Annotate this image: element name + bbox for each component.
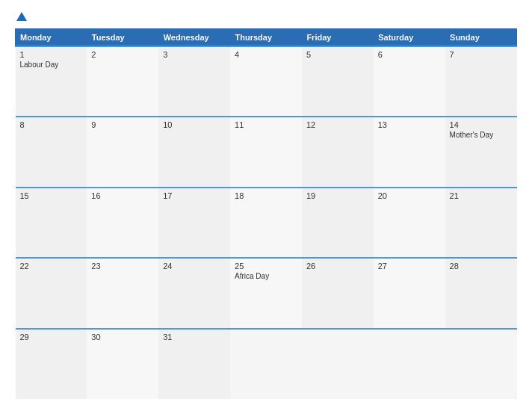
calendar-day-cell: 11 bbox=[230, 117, 302, 187]
calendar-day-cell: 4 bbox=[230, 46, 302, 117]
calendar-day-cell: 14Mother's Day bbox=[445, 117, 517, 187]
calendar-day-cell: 13 bbox=[374, 117, 445, 187]
calendar-day-cell: 25Africa Day bbox=[230, 258, 302, 328]
calendar-week-row: 1Labour Day234567 bbox=[16, 46, 517, 117]
calendar-day-cell: 24 bbox=[158, 258, 230, 328]
weekday-header-wednesday: Wednesday bbox=[158, 29, 230, 47]
calendar-day-cell bbox=[302, 329, 374, 399]
day-number: 8 bbox=[20, 120, 83, 129]
day-number: 14 bbox=[450, 120, 513, 129]
day-number: 23 bbox=[91, 262, 154, 271]
day-number: 27 bbox=[378, 262, 441, 271]
day-number: 4 bbox=[235, 50, 297, 59]
calendar-day-cell: 1Labour Day bbox=[16, 46, 87, 117]
day-number: 12 bbox=[306, 120, 369, 129]
logo bbox=[15, 12, 27, 21]
holiday-label: Labour Day bbox=[20, 61, 83, 69]
calendar-day-cell: 30 bbox=[87, 329, 158, 399]
day-number: 13 bbox=[378, 120, 441, 129]
day-number: 31 bbox=[163, 333, 226, 342]
weekday-header-saturday: Saturday bbox=[374, 29, 445, 47]
day-number: 29 bbox=[20, 333, 83, 342]
calendar-day-cell: 27 bbox=[374, 258, 445, 328]
day-number: 30 bbox=[91, 333, 154, 342]
calendar-day-cell bbox=[230, 329, 302, 399]
calendar-day-cell: 3 bbox=[158, 46, 230, 117]
calendar-day-cell: 21 bbox=[445, 188, 517, 258]
day-number: 15 bbox=[20, 191, 83, 200]
calendar-day-cell: 12 bbox=[302, 117, 374, 187]
calendar-day-cell: 7 bbox=[445, 46, 517, 117]
day-number: 10 bbox=[163, 120, 226, 129]
day-number: 24 bbox=[163, 262, 226, 271]
weekday-header-thursday: Thursday bbox=[230, 29, 302, 47]
calendar-day-cell: 17 bbox=[158, 188, 230, 258]
calendar-header bbox=[15, 12, 517, 21]
calendar-day-cell: 28 bbox=[445, 258, 517, 328]
calendar-day-cell bbox=[374, 329, 445, 399]
calendar-day-cell: 2 bbox=[87, 46, 158, 117]
weekday-header-tuesday: Tuesday bbox=[87, 29, 158, 47]
calendar-day-cell: 18 bbox=[230, 188, 302, 258]
day-number: 25 bbox=[235, 262, 297, 271]
calendar-day-cell: 22 bbox=[16, 258, 87, 328]
calendar-day-cell: 20 bbox=[374, 188, 445, 258]
weekday-header-friday: Friday bbox=[302, 29, 374, 47]
weekday-header-row: MondayTuesdayWednesdayThursdayFridaySatu… bbox=[16, 29, 517, 47]
calendar-week-row: 15161718192021 bbox=[16, 188, 517, 258]
calendar-day-cell: 5 bbox=[302, 46, 374, 117]
day-number: 11 bbox=[235, 120, 297, 129]
day-number: 6 bbox=[378, 50, 441, 59]
calendar-week-row: 22232425Africa Day262728 bbox=[16, 258, 517, 328]
calendar-week-row: 293031 bbox=[16, 329, 517, 399]
weekday-header-sunday: Sunday bbox=[445, 29, 517, 47]
calendar-day-cell: 9 bbox=[87, 117, 158, 187]
calendar-day-cell: 26 bbox=[302, 258, 374, 328]
day-number: 26 bbox=[306, 262, 369, 271]
day-number: 9 bbox=[91, 120, 154, 129]
day-number: 1 bbox=[20, 50, 83, 59]
day-number: 20 bbox=[378, 191, 441, 200]
day-number: 5 bbox=[306, 50, 369, 59]
calendar-day-cell: 15 bbox=[16, 188, 87, 258]
calendar-table: MondayTuesdayWednesdayThursdayFridaySatu… bbox=[15, 28, 517, 399]
day-number: 21 bbox=[450, 191, 513, 200]
calendar-day-cell: 19 bbox=[302, 188, 374, 258]
day-number: 3 bbox=[163, 50, 226, 59]
calendar-day-cell: 16 bbox=[87, 188, 158, 258]
day-number: 22 bbox=[20, 262, 83, 271]
holiday-label: Mother's Day bbox=[450, 131, 513, 139]
day-number: 18 bbox=[235, 191, 297, 200]
day-number: 28 bbox=[450, 262, 513, 271]
logo-triangle-icon bbox=[16, 12, 27, 21]
day-number: 7 bbox=[450, 50, 513, 59]
calendar-day-cell: 6 bbox=[374, 46, 445, 117]
weekday-header-monday: Monday bbox=[16, 29, 87, 47]
calendar-day-cell: 10 bbox=[158, 117, 230, 187]
calendar-day-cell: 31 bbox=[158, 329, 230, 399]
calendar-day-cell: 23 bbox=[87, 258, 158, 328]
day-number: 19 bbox=[306, 191, 369, 200]
calendar-day-cell: 29 bbox=[16, 329, 87, 399]
day-number: 16 bbox=[91, 191, 154, 200]
day-number: 17 bbox=[163, 191, 226, 200]
day-number: 2 bbox=[91, 50, 154, 59]
calendar-day-cell: 8 bbox=[16, 117, 87, 187]
calendar-week-row: 891011121314Mother's Day bbox=[16, 117, 517, 187]
holiday-label: Africa Day bbox=[235, 272, 297, 280]
calendar-day-cell bbox=[445, 329, 517, 399]
